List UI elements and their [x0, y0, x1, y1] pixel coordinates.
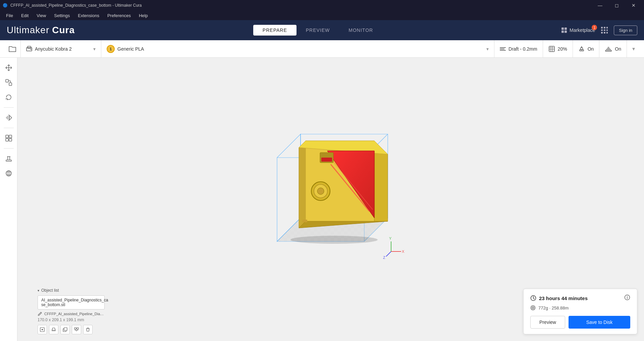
printer-name: Anycubic Kobra 2	[35, 46, 72, 52]
svg-rect-75	[77, 328, 78, 329]
svg-rect-3	[565, 31, 567, 33]
menu-edit[interactable]: Edit	[18, 12, 32, 19]
svg-point-80	[627, 296, 628, 297]
profile-selector[interactable]: Draft - 0.2mm	[494, 40, 543, 58]
scale-icon	[5, 79, 12, 86]
open-folder-button[interactable]	[4, 40, 21, 58]
move-tool-button[interactable]	[3, 62, 15, 74]
svg-rect-61	[302, 220, 307, 222]
arrange-tool-button[interactable]	[3, 132, 15, 144]
tab-prepare[interactable]: PREPARE	[253, 25, 297, 36]
chevron-down-icon: ▾	[632, 46, 635, 52]
menu-help[interactable]: Help	[136, 12, 151, 19]
menu-extensions[interactable]: Extensions	[74, 12, 103, 19]
obj-tool-lay-flat[interactable]	[49, 325, 58, 334]
object-full-name: CFFFP_AI_assisted_Pipeline_Diagnostics_c…	[44, 312, 105, 316]
infill-section[interactable]: 20%	[543, 40, 573, 58]
save-to-disk-button[interactable]: Save to Disk	[569, 316, 630, 329]
preview-button[interactable]: Preview	[530, 316, 565, 329]
adhesion-icon	[605, 46, 612, 52]
marketplace-icon	[561, 27, 568, 34]
expand-settings-button[interactable]: ▾	[627, 40, 640, 58]
merge-icon	[74, 327, 79, 332]
svg-point-58	[317, 188, 324, 194]
support-icon	[578, 46, 585, 52]
printer-selector[interactable]: Anycubic Kobra 2 ▾	[21, 40, 101, 58]
svg-marker-71	[52, 328, 55, 330]
mirror-tool-button[interactable]	[3, 112, 15, 124]
material-name: Generic PLA	[117, 46, 144, 52]
nav-right: Marketplace 1 Sign in	[561, 25, 637, 36]
svg-rect-26	[6, 138, 8, 141]
object-tools	[38, 325, 105, 334]
svg-text:Z: Z	[383, 255, 385, 260]
adhesion-section[interactable]: On	[599, 40, 627, 58]
svg-line-64	[386, 251, 391, 257]
print-info-panel: 23 hours 44 minutes 772g · 258.88m	[523, 289, 637, 334]
viewport[interactable]: X Y Z ▾ Object list AI_assisted_Pipeline…	[17, 58, 644, 341]
adhesion-label: On	[615, 46, 621, 52]
logo-light: Ultimaker	[7, 25, 49, 36]
material-dropdown-icon: ▾	[486, 46, 489, 52]
profile-name: Draft - 0.2mm	[508, 46, 537, 52]
object-dimensions: 170.0 x 209.1 x 199.1 mm	[38, 318, 105, 322]
svg-point-46	[290, 236, 378, 244]
move-icon	[5, 64, 12, 71]
material-selector[interactable]: 1 Generic PLA ▾	[101, 40, 494, 58]
obj-tool-delete[interactable]	[83, 325, 93, 334]
tool-separator-3	[4, 148, 14, 149]
print-time: 23 hours 44 minutes	[539, 295, 588, 301]
title-bar: 🔵 CFFFP_AI_assisted_Pipeline_Diagnostics…	[0, 0, 644, 11]
app-logo: Ultimaker Cura	[7, 25, 75, 36]
rotate-tool-button[interactable]	[3, 91, 15, 103]
toolbar-right: 20% On On ▾	[543, 40, 640, 58]
tab-preview[interactable]: PREVIEW	[297, 25, 339, 36]
menu-file[interactable]: File	[3, 12, 16, 19]
signin-button[interactable]: Sign in	[614, 25, 637, 35]
info-button[interactable]	[624, 294, 630, 302]
support-tool-button[interactable]	[3, 153, 15, 165]
chevron-down-icon: ▾	[38, 289, 39, 292]
folder-icon	[8, 46, 16, 52]
close-button[interactable]: ✕	[626, 0, 641, 11]
object-list-toggle[interactable]: ▾ Object list	[38, 288, 105, 293]
infill-icon	[548, 46, 555, 52]
menu-preferences[interactable]: Preferences	[104, 12, 134, 19]
maximize-button[interactable]: ◻	[609, 0, 625, 11]
object-panel: ▾ Object list AI_assisted_Pipeline_Diagn…	[38, 288, 105, 334]
file-name-line1: AI_assisted_Pipeline_Diagnostics_ca	[41, 298, 101, 302]
tool-separator-1	[4, 107, 14, 108]
marketplace-label: Marketplace	[570, 27, 595, 33]
minimize-button[interactable]: ―	[592, 0, 608, 11]
svg-rect-2	[561, 31, 564, 33]
logo-bold: Cura	[52, 25, 75, 36]
obj-tool-clone[interactable]	[60, 325, 70, 334]
app-icon: 🔵	[3, 3, 8, 8]
obj-tool-merge[interactable]	[72, 325, 81, 334]
center-icon	[40, 327, 45, 332]
svg-rect-15	[605, 50, 611, 51]
support-section[interactable]: On	[573, 40, 600, 58]
svg-rect-28	[6, 160, 11, 161]
scale-tool-button[interactable]	[3, 76, 15, 89]
print-time-info: 23 hours 44 minutes	[530, 295, 588, 301]
svg-rect-20	[9, 83, 12, 86]
tab-monitor[interactable]: MONITOR	[339, 25, 382, 36]
print-buttons: Preview Save to Disk	[530, 316, 630, 329]
obj-tool-center[interactable]	[38, 325, 47, 334]
svg-text:Y: Y	[389, 236, 392, 240]
print-material: 772g · 258.88m	[538, 305, 569, 310]
svg-rect-74	[74, 328, 76, 329]
svg-rect-25	[9, 135, 12, 138]
marketplace-button[interactable]: Marketplace 1	[561, 27, 595, 34]
object-name-edit[interactable]: CFFFP_AI_assisted_Pipeline_Diagnostics_c…	[38, 311, 105, 316]
menu-view[interactable]: View	[33, 12, 49, 19]
object-file-item[interactable]: AI_assisted_Pipeline_Diagnostics_ca se_b…	[38, 295, 105, 309]
svg-rect-27	[9, 138, 12, 141]
delete-icon	[86, 327, 90, 332]
apps-grid-button[interactable]	[599, 25, 610, 36]
svg-rect-5	[28, 46, 31, 48]
edit-icon	[38, 311, 42, 316]
menu-settings[interactable]: Settings	[51, 12, 73, 19]
per-model-settings-button[interactable]	[3, 167, 15, 179]
